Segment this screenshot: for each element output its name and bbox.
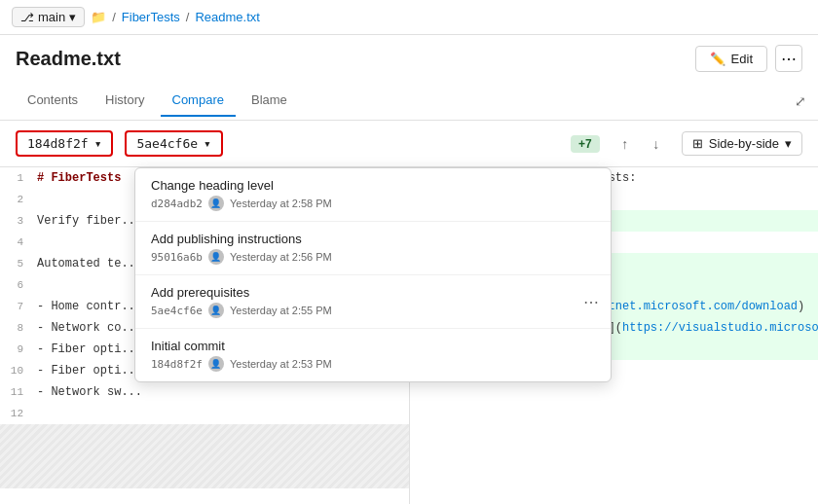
dropdown-item-title: Change heading level xyxy=(151,178,595,193)
page-title: Readme.txt xyxy=(16,48,121,70)
commit1-hash: 184d8f2f xyxy=(27,136,89,151)
folder-icon: 📁 xyxy=(91,10,106,24)
view-icon: ⊞ xyxy=(692,136,703,151)
tab-compare[interactable]: Compare xyxy=(161,85,236,117)
dropdown-item-initial-commit[interactable]: Initial commit 184d8f2f 👤 Yesterday at 2… xyxy=(135,329,611,381)
branch-name: main xyxy=(38,10,65,24)
header-actions: ✏️ Edit ⋯ xyxy=(695,45,802,72)
dropdown-item-change-heading[interactable]: Change heading level d284adb2 👤 Yesterda… xyxy=(135,168,611,222)
commit2-selector[interactable]: 5ae4cf6e ▾ xyxy=(125,130,222,157)
sep2: / xyxy=(186,10,190,24)
compare-bar: 184d8f2f ▾ 5ae4cf6e ▾ +7 ↑ ↓ ⊞ Side-by-s… xyxy=(0,121,818,167)
commit1-chevron: ▾ xyxy=(94,136,102,151)
dropdown-item-meta: 95016a6b 👤 Yesterday at 2:56 PM xyxy=(151,249,595,265)
nav-arrows: ↑ ↓ xyxy=(612,130,670,158)
repo-link[interactable]: FiberTests xyxy=(122,10,180,24)
avatar: 👤 xyxy=(208,249,224,265)
main-content: 1 # FiberTests 2 3 Verify fiber... 4 5 A… xyxy=(0,167,818,504)
tab-blame[interactable]: Blame xyxy=(240,85,299,117)
commit-dropdown[interactable]: Change heading level d284adb2 👤 Yesterda… xyxy=(134,167,612,382)
breadcrumb-bar: ⎇ main ▾ 📁 / FiberTests / Readme.txt xyxy=(0,0,818,35)
dropdown-item-meta: 5ae4cf6e 👤 Yesterday at 2:55 PM xyxy=(151,303,595,318)
avatar: 👤 xyxy=(208,356,224,372)
commit-hash: 95016a6b xyxy=(151,251,203,264)
commit-time: Yesterday at 2:58 PM xyxy=(230,198,332,209)
more-button[interactable]: ⋯ xyxy=(775,45,802,72)
branch-chevron: ▾ xyxy=(69,10,76,24)
hatch-area xyxy=(0,424,409,488)
nav-down-arrow[interactable]: ↓ xyxy=(643,130,670,158)
dropdown-item-title: Initial commit xyxy=(151,339,595,353)
dropdown-item-add-prerequisites[interactable]: Add prerequisites 5ae4cf6e 👤 Yesterday a… xyxy=(135,275,611,329)
git-icon: ⎇ xyxy=(20,11,34,24)
commit2-hash: 5ae4cf6e xyxy=(136,136,198,151)
commit-hash: d284adb2 xyxy=(151,198,203,210)
avatar: 👤 xyxy=(208,303,224,318)
file-link[interactable]: Readme.txt xyxy=(195,10,259,24)
code-line: 12 xyxy=(0,403,409,424)
dropdown-item-title: Add publishing instructions xyxy=(151,232,595,246)
commit-time: Yesterday at 2:55 PM xyxy=(230,305,332,316)
commit2-chevron: ▾ xyxy=(204,136,211,151)
dropdown-item-title: Add prerequisites xyxy=(151,285,595,300)
commit-hash: 184d8f2f xyxy=(151,358,203,371)
commit1-selector[interactable]: 184d8f2f ▾ xyxy=(16,130,113,157)
page-header: Readme.txt ✏️ Edit ⋯ xyxy=(0,35,818,82)
nav-up-arrow[interactable]: ↑ xyxy=(612,130,639,158)
view-label: Side-by-side xyxy=(709,136,779,151)
more-options-icon[interactable]: ⋯ xyxy=(583,293,599,311)
branch-selector[interactable]: ⎇ main ▾ xyxy=(12,7,85,27)
edit-label: Edit xyxy=(731,52,753,66)
commit-hash: 5ae4cf6e xyxy=(151,305,203,317)
view-selector[interactable]: ⊞ Side-by-side ▾ xyxy=(682,131,802,156)
pencil-icon: ✏️ xyxy=(710,52,725,66)
diff-badge: +7 xyxy=(571,135,600,153)
code-line: 11 - Network sw... xyxy=(0,381,409,403)
view-chevron: ▾ xyxy=(785,136,792,151)
commit-time: Yesterday at 2:53 PM xyxy=(230,358,332,370)
dropdown-item-meta: 184d8f2f 👤 Yesterday at 2:53 PM xyxy=(151,356,595,372)
avatar: 👤 xyxy=(208,196,224,211)
tab-contents[interactable]: Contents xyxy=(16,85,90,117)
more-icon: ⋯ xyxy=(781,50,797,68)
tab-history[interactable]: History xyxy=(93,85,156,117)
tabs-bar: Contents History Compare Blame ⤢ xyxy=(0,82,818,121)
commit-time: Yesterday at 2:56 PM xyxy=(230,251,332,263)
dropdown-item-add-publishing[interactable]: Add publishing instructions 95016a6b 👤 Y… xyxy=(135,222,611,275)
edit-button[interactable]: ✏️ Edit xyxy=(695,46,767,72)
dropdown-item-meta: d284adb2 👤 Yesterday at 2:58 PM xyxy=(151,196,595,211)
sep1: / xyxy=(112,10,116,24)
expand-icon[interactable]: ⤢ xyxy=(795,93,806,109)
